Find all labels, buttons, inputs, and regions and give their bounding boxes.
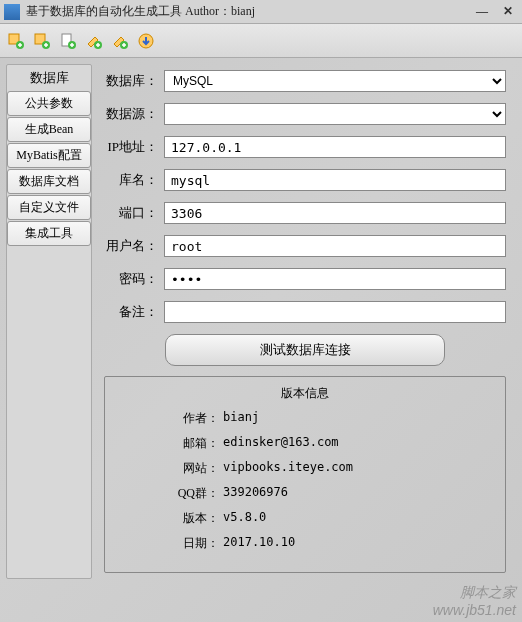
label-dbname: 库名： [104, 171, 164, 189]
row-password: 密码： [104, 268, 506, 290]
label-port: 端口： [104, 204, 164, 222]
label-database: 数据库： [104, 72, 164, 90]
app-icon [4, 4, 20, 20]
pencil-add2-icon [111, 32, 129, 50]
label-datasource: 数据源： [104, 105, 164, 123]
row-username: 用户名： [104, 235, 506, 257]
window-controls: — ✕ [472, 3, 518, 21]
doc-add-icon [59, 32, 77, 50]
v-label-3: QQ群： [105, 485, 223, 502]
content: 数据库： MySQL 数据源： IP地址： 库名： 端口： 用户名： 密码： 备 [100, 64, 516, 579]
label-password: 密码： [104, 270, 164, 288]
v-label-2: 网站： [105, 460, 223, 477]
v-value-2: vipbooks.iteye.com [223, 460, 505, 477]
v-label-0: 作者： [105, 410, 223, 427]
input-port[interactable] [164, 202, 506, 224]
input-username[interactable] [164, 235, 506, 257]
sidebar-title: 数据库 [7, 65, 91, 91]
sidebar-item-0[interactable]: 公共参数 [7, 91, 91, 116]
toolbar [0, 24, 522, 58]
v-label-4: 版本： [105, 510, 223, 527]
label-username: 用户名： [104, 237, 164, 255]
tool-btn-4[interactable] [82, 29, 106, 53]
input-ip[interactable] [164, 136, 506, 158]
v-label-1: 邮箱： [105, 435, 223, 452]
close-button[interactable]: ✕ [498, 3, 518, 21]
sidebar-item-1[interactable]: 生成Bean [7, 117, 91, 142]
row-dbname: 库名： [104, 169, 506, 191]
label-remark: 备注： [104, 303, 164, 321]
row-ip: IP地址： [104, 136, 506, 158]
titlebar: 基于数据库的自动化生成工具 Author：bianj — ✕ [0, 0, 522, 24]
sidebar-item-5[interactable]: 集成工具 [7, 221, 91, 246]
sidebar: 数据库 公共参数 生成Bean MyBatis配置 数据库文档 自定义文件 集成… [6, 64, 92, 579]
main: 数据库 公共参数 生成Bean MyBatis配置 数据库文档 自定义文件 集成… [0, 58, 522, 585]
select-datasource[interactable] [164, 103, 506, 125]
v-value-1: edinsker@163.com [223, 435, 505, 452]
sidebar-item-3[interactable]: 数据库文档 [7, 169, 91, 194]
window-title: 基于数据库的自动化生成工具 Author：bianj [26, 3, 472, 20]
wand-add-icon [7, 32, 25, 50]
watermark-line1: 脚本之家 [433, 584, 516, 602]
download-icon [137, 32, 155, 50]
input-password[interactable] [164, 268, 506, 290]
test-connection-button[interactable]: 测试数据库连接 [165, 334, 445, 366]
tool-btn-1[interactable] [4, 29, 28, 53]
input-dbname[interactable] [164, 169, 506, 191]
watermark: 脚本之家 www.jb51.net [433, 584, 516, 618]
label-ip: IP地址： [104, 138, 164, 156]
wand-add2-icon [33, 32, 51, 50]
watermark-line2: www.jb51.net [433, 602, 516, 618]
v-value-5: 2017.10.10 [223, 535, 505, 552]
v-value-3: 339206976 [223, 485, 505, 502]
pencil-add-icon [85, 32, 103, 50]
version-box: 版本信息 作者：bianj 邮箱：edinsker@163.com 网站：vip… [104, 376, 506, 573]
tool-btn-2[interactable] [30, 29, 54, 53]
tool-btn-3[interactable] [56, 29, 80, 53]
tool-btn-6[interactable] [134, 29, 158, 53]
input-remark[interactable] [164, 301, 506, 323]
v-value-0: bianj [223, 410, 505, 427]
version-title: 版本信息 [105, 385, 505, 402]
row-port: 端口： [104, 202, 506, 224]
sidebar-item-4[interactable]: 自定义文件 [7, 195, 91, 220]
v-label-5: 日期： [105, 535, 223, 552]
tool-btn-5[interactable] [108, 29, 132, 53]
minimize-button[interactable]: — [472, 3, 492, 21]
v-value-4: v5.8.0 [223, 510, 505, 527]
row-datasource: 数据源： [104, 103, 506, 125]
row-database: 数据库： MySQL [104, 70, 506, 92]
row-remark: 备注： [104, 301, 506, 323]
select-database[interactable]: MySQL [164, 70, 506, 92]
sidebar-item-2[interactable]: MyBatis配置 [7, 143, 91, 168]
